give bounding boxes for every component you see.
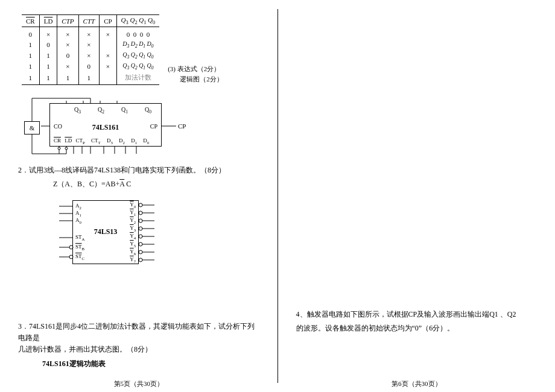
pin-a2: A2 <box>75 203 81 210</box>
pin-y1: Y1 <box>130 210 136 217</box>
pin-y6: Y6 <box>130 249 136 256</box>
svg-point-21 <box>139 227 142 230</box>
pin-y7: Y7 <box>130 257 136 264</box>
page-left: CR LD CTP CTT CP Q3 Q2 Q1 Q0 0 × × <box>0 0 278 392</box>
problem-2-text: 2．试用3线—8线译码器74LS138和门电路实现下列函数。（8分） <box>18 165 259 176</box>
chip-74ls138: 74LS13 A2 A1 A0 STA STB STC Y0 Y1 Y2 Y3 … <box>72 200 139 264</box>
pin-y0: Y0 <box>130 202 136 209</box>
th-cr: CR <box>22 15 39 27</box>
th-q: Q3 Q2 Q1 Q0 <box>116 15 159 27</box>
th-cp: CP <box>100 15 116 27</box>
table-row: 1 0 × × D3 D2 D1 D0 <box>22 39 159 50</box>
and-gate: & <box>24 121 40 134</box>
problem-4-text: 4、触发器电路如下图所示，试根据CP及输入波形画出输出端Q1 、Q2 的波形。设… <box>296 308 538 335</box>
svg-point-24 <box>139 250 142 254</box>
th-ctp: CTP <box>57 15 78 27</box>
chip-74ls161: CO CP 74LS161 Q3Q2Q1Q0 CR LD CTP CTT D3 … <box>49 103 162 147</box>
circuit-74ls161: & CO CP 74LS161 Q3Q2Q1Q0 CR LD CTP CTT D… <box>24 96 193 162</box>
pin-sta: STA <box>75 235 84 242</box>
chip-name: 74LS161 <box>50 123 161 132</box>
table-section: CR LD CTP CTT CP Q3 Q2 Q1 Q0 0 × × <box>18 12 259 85</box>
truth-table: CR LD CTP CTT CP Q3 Q2 Q1 Q0 0 × × <box>22 14 159 85</box>
table-row: 1 1 1 1 加法计数 <box>22 72 159 85</box>
bottom-labels: CR LD CTP CTT D3 D2 D1 D0 <box>54 138 154 145</box>
svg-point-0 <box>58 147 60 150</box>
note-line1: (3) 表达式（2分） <box>168 64 223 74</box>
problem-3-text: 3．74LS161是同步4位二进制加法计数器，其逻辑功能表如下，试分析下列电路是… <box>18 321 259 356</box>
svg-point-20 <box>139 219 142 223</box>
pin-y2: Y2 <box>130 218 136 225</box>
pin-stc: STC <box>75 254 84 261</box>
prob3-title: 74LS161逻辑功能表 <box>42 359 259 369</box>
pin-y5: Y5 <box>130 241 136 248</box>
svg-point-25 <box>139 258 142 262</box>
pin-y4: Y4 <box>130 233 136 241</box>
page-footer-5: 第5页（共30页） <box>0 379 278 388</box>
th-ctt: CTT <box>78 15 100 27</box>
q-labels: Q3Q2Q1Q0 <box>74 106 168 115</box>
page-footer-6: 第6页（共30页） <box>278 379 556 388</box>
page-spread: CR LD CTP CTT CP Q3 Q2 Q1 Q0 0 × × <box>0 0 555 392</box>
table-row: 1 1 0 × × Q3 Q2 Q1 Q0 <box>22 50 159 61</box>
pin-a0: A0 <box>75 218 81 225</box>
circuit-74ls138: 74LS13 A2 A1 A0 STA STB STC Y0 Y1 Y2 Y3 … <box>48 200 187 267</box>
page-right: 4、触发器电路如下图所示，试根据CP及输入波形画出输出端Q1 、Q2 的波形。设… <box>278 0 556 392</box>
th-ld: LD <box>39 15 57 27</box>
svg-point-1 <box>65 147 68 150</box>
table-row: 0 × × × × 0 0 0 0 <box>22 27 159 40</box>
svg-point-22 <box>139 235 142 238</box>
problem-2-func: Z（A、B、C）=AB+A C <box>18 179 259 190</box>
pin-stb: STB <box>75 244 84 251</box>
pin-y3: Y3 <box>130 226 136 233</box>
note-line2: 逻辑图（2分） <box>168 74 223 84</box>
svg-point-23 <box>139 242 142 246</box>
svg-point-19 <box>139 211 142 215</box>
pin-a1: A1 <box>75 210 81 218</box>
cp-external-label: CP <box>178 122 186 130</box>
table-row: 1 1 × 0 × Q3 Q2 Q1 Q0 <box>22 61 159 72</box>
svg-point-18 <box>139 203 142 207</box>
side-note: (3) 表达式（2分） 逻辑图（2分） <box>168 64 223 84</box>
